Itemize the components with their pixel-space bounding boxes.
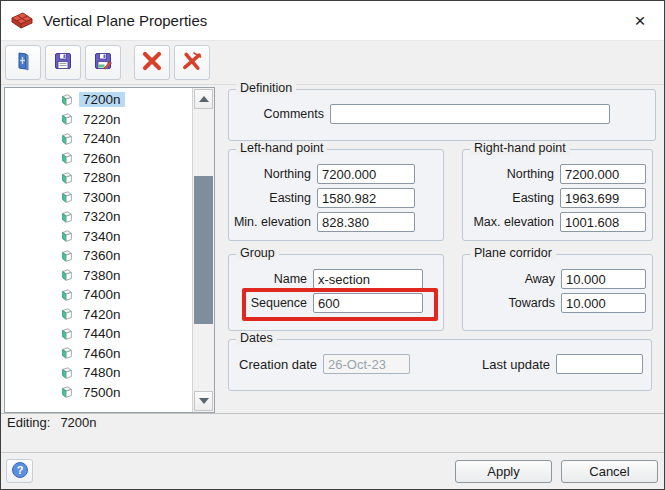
list-item[interactable]: 7340n xyxy=(5,227,191,247)
list-item[interactable]: 7480n xyxy=(5,363,191,383)
northing-label: Northing xyxy=(507,167,554,181)
floppy-disk-icon xyxy=(53,51,73,74)
list-item[interactable]: 7500n xyxy=(5,383,191,403)
list-item[interactable]: 7300n xyxy=(5,188,191,208)
group-name-input[interactable] xyxy=(313,269,423,289)
name-label: Name xyxy=(274,272,307,286)
list-item[interactable]: 7320n xyxy=(5,207,191,227)
plane-cube-icon xyxy=(60,366,74,380)
away-input[interactable] xyxy=(561,269,646,289)
plane-cube-icon xyxy=(60,190,74,204)
last-update-input[interactable] xyxy=(556,354,643,374)
red-x-icon xyxy=(141,50,163,75)
list-item[interactable]: 7200n xyxy=(5,90,191,110)
list-item-label: 7480n xyxy=(79,365,125,380)
title-bar: Vertical Plane Properties × xyxy=(1,1,664,41)
group-title: Right-hand point xyxy=(470,141,570,155)
sequence-input[interactable] xyxy=(313,293,423,313)
close-icon[interactable]: × xyxy=(624,6,656,36)
list-item-label: 7260n xyxy=(79,151,125,166)
list-item-label: 7360n xyxy=(79,248,125,263)
group-title: Group xyxy=(236,246,279,260)
comments-input[interactable] xyxy=(330,104,610,124)
dialog-title: Vertical Plane Properties xyxy=(43,12,207,29)
help-button[interactable]: ? xyxy=(6,459,33,483)
toolbar xyxy=(1,41,664,85)
min-elevation-input[interactable] xyxy=(317,212,415,232)
plane-list: 7200n 7220n 7240n 7260n xyxy=(5,90,191,402)
plane-cube-icon xyxy=(60,210,74,224)
group-title: Left-hand point xyxy=(236,141,327,155)
red-x-strike-icon xyxy=(181,50,203,75)
easting-label: Easting xyxy=(512,191,554,205)
plane-cube-icon xyxy=(60,132,74,146)
cancel-button[interactable]: Cancel xyxy=(561,460,658,483)
svg-text:?: ? xyxy=(16,464,23,476)
list-item-label: 7300n xyxy=(79,190,125,205)
plane-list-panel: 7200n 7220n 7240n 7260n xyxy=(4,87,215,413)
left-hand-point-group: Left-hand point Northing Easting Min. el… xyxy=(228,149,444,241)
plane-cube-icon xyxy=(60,346,74,360)
down-arrow-icon xyxy=(199,398,209,404)
group-title: Plane corridor xyxy=(470,246,556,260)
plane-cube-icon xyxy=(60,268,74,282)
northing-label: Northing xyxy=(264,167,311,181)
list-item[interactable]: 7260n xyxy=(5,149,191,169)
right-hand-point-group: Right-hand point Northing Easting Max. e… xyxy=(462,149,653,241)
list-scrollbar[interactable] xyxy=(192,88,214,412)
min-elevation-label: Min. elevation xyxy=(234,215,311,229)
scrollbar-thumb[interactable] xyxy=(194,176,213,324)
list-item-label: 7200n xyxy=(79,92,125,107)
save-button[interactable] xyxy=(45,45,81,80)
plane-cube-icon xyxy=(60,151,74,165)
delete-all-button[interactable] xyxy=(174,45,210,80)
delete-button[interactable] xyxy=(134,45,170,80)
editing-label: Editing: xyxy=(7,415,50,430)
list-item[interactable]: 7220n xyxy=(5,110,191,130)
plane-cube-icon xyxy=(60,327,74,341)
max-elevation-input[interactable] xyxy=(560,212,646,232)
apply-button[interactable]: Apply xyxy=(455,460,552,483)
footer: ? Apply Cancel xyxy=(1,452,664,489)
plane-cube-icon xyxy=(60,288,74,302)
list-item[interactable]: 7380n xyxy=(5,266,191,286)
left-easting-input[interactable] xyxy=(317,188,415,208)
list-item-label: 7380n xyxy=(79,268,125,283)
list-item-label: 7400n xyxy=(79,287,125,302)
away-label: Away xyxy=(525,272,555,286)
easting-label: Easting xyxy=(269,191,311,205)
max-elevation-label: Max. elevation xyxy=(473,215,554,229)
properties-panel: Definition Comments Left-hand point Nort… xyxy=(223,87,660,413)
list-item[interactable]: 7420n xyxy=(5,305,191,325)
group-title: Definition xyxy=(236,81,296,95)
list-item-label: 7420n xyxy=(79,307,125,322)
plane-cube-icon xyxy=(60,249,74,263)
group-title: Dates xyxy=(236,331,277,345)
dates-group: Dates Creation date Last update xyxy=(228,339,652,391)
list-item[interactable]: 7400n xyxy=(5,285,191,305)
left-northing-input[interactable] xyxy=(317,164,415,184)
help-question-icon: ? xyxy=(11,461,29,482)
scroll-up-button[interactable] xyxy=(194,89,213,109)
save-as-button[interactable] xyxy=(85,45,121,80)
towards-input[interactable] xyxy=(561,293,646,313)
new-plane-button[interactable] xyxy=(5,45,41,80)
list-item[interactable]: 7280n xyxy=(5,168,191,188)
list-item-label: 7500n xyxy=(79,385,125,400)
sequence-label: Sequence xyxy=(251,296,307,310)
vertical-plane-properties-dialog: Vertical Plane Properties × xyxy=(0,0,665,490)
scroll-down-button[interactable] xyxy=(194,391,213,411)
list-item[interactable]: 7440n xyxy=(5,324,191,344)
list-item-label: 7460n xyxy=(79,346,125,361)
blue-document-icon xyxy=(13,51,33,74)
list-item-label: 7320n xyxy=(79,209,125,224)
list-item-label: 7440n xyxy=(79,326,125,341)
list-item[interactable]: 7460n xyxy=(5,344,191,364)
list-item[interactable]: 7360n xyxy=(5,246,191,266)
status-bar: Editing: 7200n xyxy=(1,413,664,452)
plane-cube-icon xyxy=(60,93,74,107)
plane-cube-icon xyxy=(60,229,74,243)
list-item[interactable]: 7240n xyxy=(5,129,191,149)
right-easting-input[interactable] xyxy=(560,188,646,208)
right-northing-input[interactable] xyxy=(560,164,646,184)
